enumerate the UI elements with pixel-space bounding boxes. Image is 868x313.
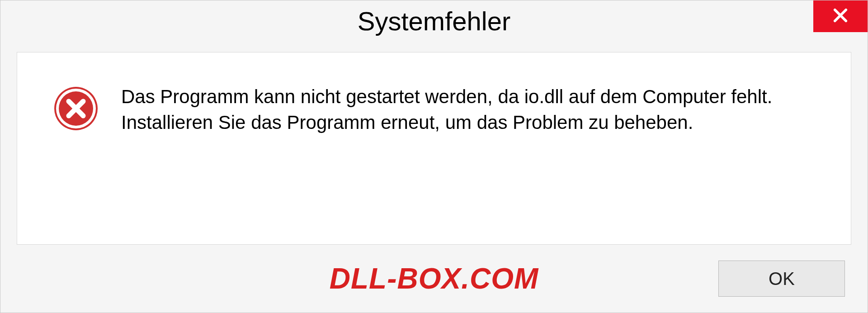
watermark-text: DLL-BOX.COM bbox=[330, 262, 539, 295]
error-dialog: Systemfehler Das Programm kann nicht ges… bbox=[0, 0, 868, 313]
titlebar: Systemfehler bbox=[0, 0, 868, 41]
close-icon bbox=[831, 6, 850, 27]
close-button[interactable] bbox=[813, 0, 868, 32]
dialog-footer: DLL-BOX.COM OK bbox=[0, 245, 868, 313]
error-message: Das Programm kann nicht gestartet werden… bbox=[121, 84, 824, 135]
ok-button-label: OK bbox=[769, 269, 795, 289]
error-icon bbox=[53, 86, 99, 131]
ok-button[interactable]: OK bbox=[718, 261, 845, 297]
dialog-title: Systemfehler bbox=[358, 6, 510, 36]
dialog-content: Das Programm kann nicht gestartet werden… bbox=[17, 52, 851, 245]
